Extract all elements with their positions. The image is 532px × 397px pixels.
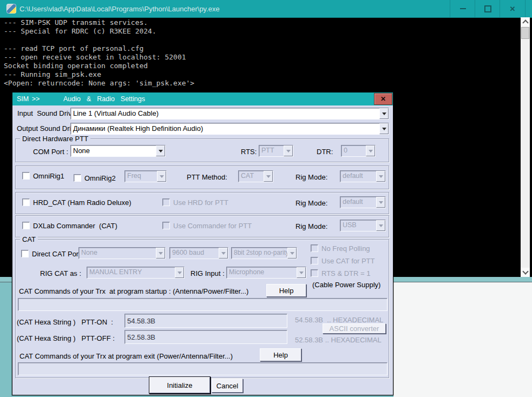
- dxlab-commander-checkbox[interactable]: DXLab Commander (CAT): [22, 222, 117, 230]
- omnirig1-checkbox[interactable]: OmniRig1: [22, 172, 64, 180]
- dropdown-arrow-icon: [175, 267, 184, 278]
- use-cat-for-ptt-checkbox: Use CAT for PTT: [311, 257, 375, 265]
- rts-select: PTT: [259, 145, 293, 157]
- dialog-close-button[interactable]: ✕: [374, 93, 392, 105]
- dtr-select: 0: [341, 145, 376, 157]
- chevron-down-icon: [522, 268, 528, 274]
- dxlab-rig-mode-select: USB: [340, 220, 386, 231]
- ptt-off-input: [124, 330, 287, 344]
- dialog-title: Audio & Radio Settings: [63, 95, 145, 103]
- checkbox-icon: [311, 269, 318, 277]
- cat-framing-value: 8bit 2stop no-parity: [232, 248, 287, 259]
- close-button[interactable]: ✕: [500, 0, 526, 17]
- console-scrollbar[interactable]: [521, 17, 530, 277]
- no-freq-polling-checkbox: No Freq Polling: [311, 244, 370, 253]
- maximize-button[interactable]: [475, 0, 500, 17]
- dropdown-arrow-icon: [376, 220, 385, 231]
- dropdown-arrow-icon: [219, 248, 228, 259]
- scroll-up-button[interactable]: [521, 17, 530, 27]
- rig-input-label: RIG Input :: [191, 269, 225, 277]
- checkbox-icon[interactable]: [22, 172, 30, 180]
- ptt-on-label: (CAT Hexa String ) PTT-ON :: [17, 318, 113, 326]
- dtr-value: 0: [341, 145, 366, 156]
- omnirig2-checkbox[interactable]: OmniRig2: [74, 174, 116, 182]
- rig-mode-label: Rig Mode:: [295, 222, 327, 230]
- exit-commands-input[interactable]: [18, 362, 387, 375]
- hrd-cat-checkbox[interactable]: HRD_CAT (Ham Radio Deluxe): [22, 199, 132, 207]
- cat-baud-select: 9600 baud: [169, 247, 228, 259]
- omnirig-freq-select: Freq: [124, 170, 167, 182]
- com-port-select[interactable]: None: [70, 145, 166, 157]
- minimize-button[interactable]: [450, 0, 475, 17]
- input-sound-driver-select[interactable]: Line 1 (Virtual Audio Cable): [70, 108, 389, 120]
- startup-help-button[interactable]: Help: [266, 284, 306, 297]
- exit-help-button[interactable]: Help: [260, 348, 301, 361]
- scroll-down-button[interactable]: [521, 268, 530, 277]
- dialog-title-prefix: SIM >>: [17, 95, 40, 103]
- checkbox-icon[interactable]: [21, 250, 29, 257]
- cancel-button[interactable]: Cancel: [212, 379, 243, 393]
- omnirig-freq-value: Freq: [125, 171, 157, 182]
- ascii-converter-button: ASCII converter: [323, 323, 386, 334]
- console-line: --- open receive socket in localhost: 52…: [4, 53, 194, 62]
- omnirig-rig-mode-value: default: [340, 171, 376, 182]
- console-line: --- SIM-PSK UDP transmit services.: [4, 18, 194, 27]
- dropdown-arrow-icon[interactable]: [379, 108, 389, 119]
- checkbox-icon: [311, 244, 318, 252]
- checkbox-icon[interactable]: [74, 174, 81, 182]
- dropdown-arrow-icon: [297, 267, 306, 278]
- input-sound-driver-value: Line 1 (Virtual Audio Cable): [71, 108, 379, 119]
- omnirig-rig-mode-select: default: [340, 170, 386, 182]
- dropdown-arrow-icon: [157, 171, 166, 182]
- console-line: --- Special for RDRC (c) R3KEE 2024.: [4, 27, 194, 36]
- use-cat-for-ptt-label: Use CAT for PTT: [321, 257, 375, 265]
- rig-cat-as-label: RIG CAT as :: [40, 269, 81, 277]
- dropdown-arrow-icon[interactable]: [379, 123, 389, 134]
- ptt-method-label: PTT Method:: [187, 173, 227, 181]
- console-line: --- Running sim_psk.exe: [4, 70, 194, 79]
- hrd-rig-mode-select: default: [340, 196, 386, 208]
- direct-cat-port-checkbox[interactable]: Direct CAT Port:: [21, 250, 82, 258]
- chevron-up-icon: [522, 19, 528, 25]
- initialize-button[interactable]: Initialize: [149, 377, 210, 393]
- dropdown-arrow-icon: [287, 248, 297, 259]
- startup-commands-input[interactable]: [18, 298, 387, 311]
- checkbox-icon: [162, 222, 170, 229]
- use-commander-for-ptt-label: Use Commander for PTT: [173, 222, 252, 230]
- com-port-value: None: [71, 145, 156, 156]
- python-launcher-icon: [6, 4, 16, 14]
- checkbox-icon[interactable]: [22, 199, 30, 206]
- console-line: Socket binding operation completed: [4, 62, 194, 70]
- dropdown-arrow-icon[interactable]: [156, 145, 165, 156]
- dropdown-arrow-icon: [156, 248, 165, 259]
- rts-dtr-checkbox: RTS & DTR = 1: [311, 269, 370, 277]
- checkbox-icon[interactable]: [22, 222, 30, 229]
- rts-value: PTT: [259, 145, 284, 156]
- settings-dialog: SIM >> Audio & Radio Settings ✕ Input So…: [12, 92, 393, 395]
- startup-commands-label: CAT Commands of your Trx at program star…: [19, 287, 248, 295]
- rig-cat-as-select: MANUAL ENTRY: [87, 267, 185, 279]
- dropdown-arrow-icon: [284, 145, 293, 156]
- checkbox-icon: [311, 257, 318, 264]
- minimize-icon: [460, 8, 466, 9]
- omnirig2-label: OmniRig2: [84, 174, 116, 182]
- cat-port-select: None: [78, 247, 166, 259]
- omnirig1-label: OmniRig1: [33, 172, 64, 180]
- console-title: C:\Users\vlad\AppData\Local\Programs\Pyt…: [19, 5, 220, 13]
- maximize-icon: [484, 5, 491, 12]
- ptt-on-hex-note: 54.58.3B .. HEXADECIMAL: [295, 316, 383, 324]
- output-sound-driver-select[interactable]: Динамики (Realtek High Definition Audio): [70, 123, 389, 135]
- rts-label: RTS:: [241, 148, 257, 156]
- background-desktop: [393, 282, 532, 397]
- ptt-off-label: (CAT Hexa String ) PTT-OFF :: [17, 334, 115, 342]
- dropdown-arrow-icon: [376, 197, 385, 208]
- hrd-cat-label: HRD_CAT (Ham Radio Deluxe): [33, 199, 132, 207]
- direct-cat-port-label: Direct CAT Port:: [32, 250, 82, 258]
- use-hrd-for-ptt-label: Use HRD for PTT: [173, 199, 228, 207]
- scrollbar-thumb[interactable]: [521, 27, 529, 39]
- dxlab-rig-mode-value: USB: [340, 220, 376, 231]
- console-line: [4, 36, 194, 44]
- output-sound-driver-value: Динамики (Realtek High Definition Audio): [71, 123, 379, 134]
- cable-power-supply-label: (Cable Power Supply): [312, 281, 380, 289]
- rig-mode-label: Rig Mode:: [295, 173, 327, 181]
